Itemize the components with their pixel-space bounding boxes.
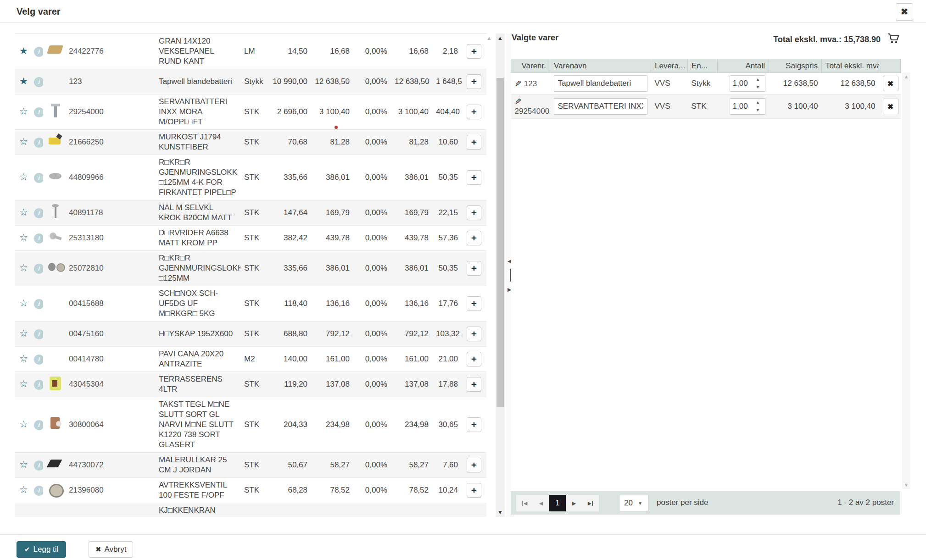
info-icon[interactable]: i (34, 173, 43, 183)
table-row: ☆ i 30800064 TAKST TEGL M□NE SLUTT SORT … (15, 397, 486, 453)
info-icon[interactable]: i (34, 47, 43, 57)
cost-price: 335,66 (269, 251, 311, 286)
add-item-button[interactable]: + (467, 417, 481, 432)
close-button[interactable]: ✖ (896, 3, 913, 21)
add-item-button[interactable]: + (467, 327, 481, 341)
quantity-stepper[interactable]: ▲ ▼ (730, 75, 765, 92)
favorite-star-icon[interactable]: ★ (19, 76, 28, 86)
left-table-scrollbar[interactable]: ▲ ▼ (496, 33, 505, 517)
favorite-star-icon[interactable]: ★ (19, 45, 28, 56)
article-number: 40891178 (65, 200, 155, 226)
col-leverandor[interactable]: Levera... (651, 59, 688, 73)
scrollbar-thumb[interactable] (496, 78, 504, 407)
info-icon[interactable]: i (34, 460, 43, 471)
favorite-star-icon[interactable]: ☆ (19, 419, 28, 429)
favorite-star-icon[interactable]: ☆ (19, 262, 28, 273)
scroll-up-arrow-icon[interactable]: ▲ (496, 33, 505, 43)
add-item-button[interactable]: + (467, 231, 481, 245)
inner-scroll-up-arrow[interactable]: ▲ (486, 35, 492, 41)
table-row: ☆ i 00415688 SCH□NOX SCH-UF5DG UF M□RKGR… (15, 286, 486, 322)
quantity-down-icon[interactable]: ▼ (752, 83, 764, 91)
favorite-star-icon[interactable]: ☆ (19, 459, 28, 470)
net-price: 234,98 (391, 397, 432, 453)
page-size-dropdown[interactable]: 20 ▼ (619, 495, 648, 511)
info-icon[interactable]: i (34, 77, 43, 87)
favorite-star-icon[interactable]: ☆ (19, 136, 28, 147)
pager-first-button[interactable]: ◀ (516, 495, 533, 511)
info-icon[interactable]: i (34, 138, 43, 148)
table-row: ☆ i 00414780 PAVI CANA 20X20 ANTRAZITE M… (15, 347, 486, 372)
favorite-star-icon[interactable]: ☆ (19, 232, 28, 243)
scroll-up-arrow-icon[interactable]: ▲ (902, 72, 910, 81)
favorite-star-icon[interactable]: ☆ (19, 353, 28, 364)
remove-item-button[interactable]: ✖ (883, 99, 898, 114)
pager-current-page[interactable]: 1 (549, 495, 566, 511)
add-item-button[interactable]: + (467, 44, 481, 59)
info-icon[interactable]: i (34, 264, 43, 274)
add-item-button[interactable]: + (467, 458, 481, 472)
pager-next-button[interactable]: ▶ (566, 495, 582, 511)
quantity-input[interactable] (730, 99, 752, 114)
info-icon[interactable]: i (34, 420, 43, 430)
varenavn-input[interactable] (554, 98, 647, 115)
info-icon[interactable]: i (34, 486, 43, 496)
info-icon[interactable]: i (34, 233, 43, 244)
quantity-stepper[interactable]: ▲ ▼ (730, 98, 765, 115)
favorite-star-icon[interactable]: ☆ (19, 328, 28, 338)
cancel-button[interactable]: ✖Avbryt (89, 541, 133, 558)
product-name: PAVI CANA 20X20 ANTRAZITE (155, 347, 240, 372)
scroll-down-arrow-icon[interactable]: ▼ (496, 508, 505, 517)
discount-percent: 0,00% (353, 453, 391, 478)
discount-percent: 0,00% (353, 69, 391, 94)
sales-price: 386,01 (311, 155, 353, 200)
info-icon[interactable]: i (34, 380, 43, 390)
info-icon[interactable]: i (34, 107, 43, 117)
add-item-button[interactable]: + (467, 483, 481, 498)
col-antall[interactable]: Antall (718, 59, 769, 73)
quantity-down-icon[interactable]: ▼ (752, 106, 764, 114)
add-item-button[interactable]: + (467, 74, 481, 89)
favorite-star-icon[interactable]: ☆ (19, 172, 28, 182)
product-name: MURKOST J1794 KUNSTFIBER (155, 130, 240, 155)
discount-percent: 0,00% (353, 251, 391, 286)
add-item-button[interactable]: + (467, 352, 481, 366)
col-varenavn[interactable]: Varenavn (550, 59, 651, 73)
favorite-star-icon[interactable]: ☆ (19, 378, 28, 389)
selected-item-row: ✎123 VVS Stykk ▲ ▼ 12 638,50 12 638,50 ✖ (511, 73, 901, 94)
remove-item-button[interactable]: ✖ (883, 76, 898, 91)
info-icon[interactable]: i (34, 355, 43, 365)
quantity-up-icon[interactable]: ▲ (752, 76, 764, 83)
edit-pencil-icon[interactable]: ✎ (515, 79, 521, 89)
favorite-star-icon[interactable]: ☆ (19, 106, 28, 116)
pager-last-button[interactable]: ▶ (582, 495, 599, 511)
pager-prev-button[interactable]: ◀ (533, 495, 549, 511)
table-row: ☆ i 41879021 KJ□KKENKRAN 1035F M/AVST.KR… (15, 503, 486, 517)
scroll-down-arrow-icon[interactable]: ▼ (902, 481, 910, 489)
col-varenr[interactable]: Varenr. (511, 59, 550, 73)
vat-amount: 17,88 (432, 372, 462, 397)
quantity-up-icon[interactable]: ▲ (752, 99, 764, 106)
add-item-button[interactable]: + (467, 135, 481, 150)
net-price: 169,79 (391, 200, 432, 226)
info-icon[interactable]: i (34, 208, 43, 218)
quantity-input[interactable] (730, 76, 752, 91)
right-table-scrollbar[interactable]: ▲ ▼ (902, 72, 910, 489)
favorite-star-icon[interactable]: ☆ (19, 484, 28, 495)
info-icon[interactable]: i (34, 299, 43, 309)
vat-amount: 10,24 (432, 478, 462, 503)
add-button[interactable]: ✔Legg til (17, 541, 66, 558)
add-item-button[interactable]: + (467, 170, 481, 185)
col-salgspris[interactable]: Salgspris (769, 59, 822, 73)
col-total[interactable]: Total ekskl. mva. (822, 59, 879, 73)
add-item-button[interactable]: + (467, 105, 481, 119)
add-item-button[interactable]: + (467, 205, 481, 220)
varenavn-input[interactable] (554, 75, 647, 92)
add-item-button[interactable]: + (467, 296, 481, 311)
info-icon[interactable]: i (34, 329, 43, 339)
favorite-star-icon[interactable]: ☆ (19, 298, 28, 308)
add-item-button[interactable]: + (467, 261, 481, 276)
favorite-star-icon[interactable]: ☆ (19, 207, 28, 217)
edit-pencil-icon[interactable]: ✎ (515, 97, 521, 106)
add-item-button[interactable]: + (467, 377, 481, 392)
col-enhet[interactable]: En... (688, 59, 718, 73)
